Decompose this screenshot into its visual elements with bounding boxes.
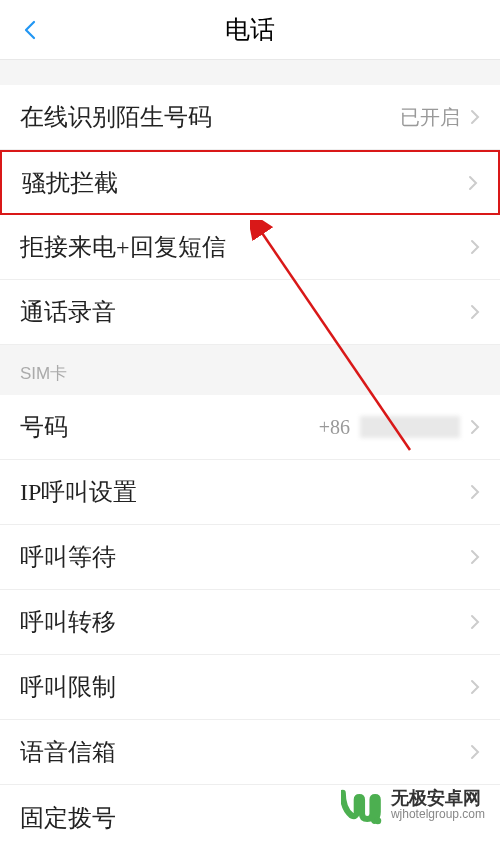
watermark: 无极安卓网 wjhotelgroup.com <box>341 784 485 826</box>
section-label: SIM卡 <box>20 362 67 385</box>
chevron-right-icon <box>470 549 480 565</box>
item-call-forwarding[interactable]: 呼叫转移 <box>0 590 500 655</box>
item-harassment-block[interactable]: 骚扰拦截 <box>0 150 500 215</box>
item-label: 呼叫转移 <box>20 606 116 638</box>
svg-point-2 <box>374 817 381 824</box>
item-right: +86 <box>319 416 480 439</box>
chevron-right-icon <box>470 419 480 435</box>
item-label: IP呼叫设置 <box>20 476 137 508</box>
item-reject-reply-sms[interactable]: 拒接来电+回复短信 <box>0 215 500 280</box>
chevron-right-icon <box>470 484 480 500</box>
item-label: 语音信箱 <box>20 736 116 768</box>
item-value: 已开启 <box>400 104 460 131</box>
item-right <box>470 239 480 255</box>
item-online-identify[interactable]: 在线识别陌生号码 已开启 <box>0 85 500 150</box>
item-label: 呼叫等待 <box>20 541 116 573</box>
blurred-number <box>360 416 460 438</box>
chevron-right-icon <box>470 109 480 125</box>
item-right <box>470 614 480 630</box>
item-right <box>468 175 478 191</box>
header: 电话 <box>0 0 500 60</box>
settings-list-1: 在线识别陌生号码 已开启 骚扰拦截 拒接来电+回复短信 通话录音 <box>0 85 500 345</box>
item-call-barring[interactable]: 呼叫限制 <box>0 655 500 720</box>
item-right <box>470 304 480 320</box>
item-voicemail[interactable]: 语音信箱 <box>0 720 500 785</box>
item-label: 骚扰拦截 <box>22 167 118 199</box>
item-call-recording[interactable]: 通话录音 <box>0 280 500 345</box>
item-value: +86 <box>319 416 350 439</box>
back-button[interactable] <box>18 18 42 42</box>
watermark-url: wjhotelgroup.com <box>391 808 485 822</box>
back-chevron-icon <box>18 18 42 42</box>
item-label: 在线识别陌生号码 <box>20 101 212 133</box>
item-label: 通话录音 <box>20 296 116 328</box>
chevron-right-icon <box>470 614 480 630</box>
item-ip-call-settings[interactable]: IP呼叫设置 <box>0 460 500 525</box>
section-header-sim: SIM卡 <box>0 345 500 395</box>
item-right <box>470 549 480 565</box>
item-label: 呼叫限制 <box>20 671 116 703</box>
item-right: 已开启 <box>400 104 480 131</box>
page-title: 电话 <box>225 13 275 46</box>
item-right <box>470 484 480 500</box>
item-call-waiting[interactable]: 呼叫等待 <box>0 525 500 590</box>
settings-list-sim: 号码 +86 IP呼叫设置 呼叫等待 呼叫转移 <box>0 395 500 846</box>
item-label: 固定拨号 <box>20 802 116 834</box>
watermark-logo-icon <box>341 784 383 826</box>
watermark-text: 无极安卓网 wjhotelgroup.com <box>391 788 485 822</box>
chevron-right-icon <box>470 679 480 695</box>
item-right <box>470 679 480 695</box>
chevron-right-icon <box>470 744 480 760</box>
watermark-title: 无极安卓网 <box>391 788 485 809</box>
chevron-right-icon <box>470 239 480 255</box>
item-label: 拒接来电+回复短信 <box>20 231 226 263</box>
chevron-right-icon <box>468 175 478 191</box>
item-phone-number[interactable]: 号码 +86 <box>0 395 500 460</box>
chevron-right-icon <box>470 304 480 320</box>
item-label: 号码 <box>20 411 68 443</box>
item-right <box>470 744 480 760</box>
